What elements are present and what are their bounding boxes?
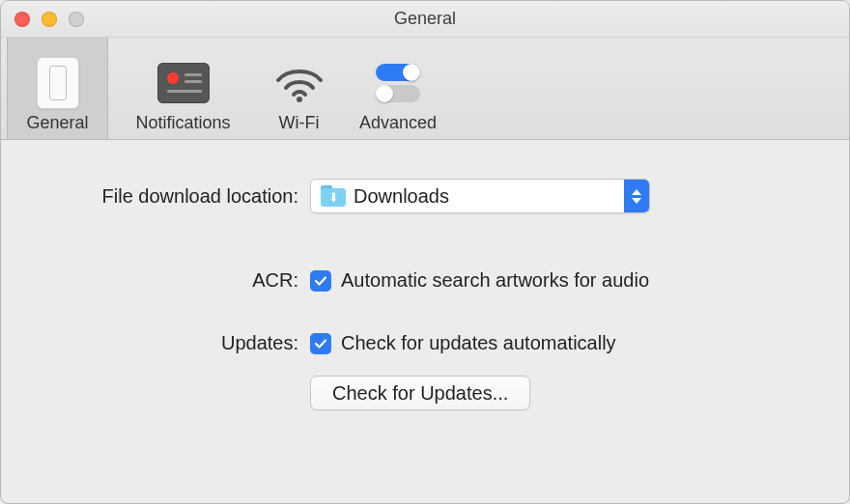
acr-checkbox-label: Automatic search artworks for audio bbox=[341, 269, 649, 292]
updates-row: Updates: Check for updates automatically bbox=[30, 332, 820, 354]
tab-general-label: General bbox=[26, 113, 88, 133]
acr-label: ACR: bbox=[30, 269, 310, 292]
updates-checkbox-label: Check for updates automatically bbox=[341, 332, 616, 354]
general-icon bbox=[37, 57, 79, 109]
settings-content: File download location: ⬇ Downloads ACR:… bbox=[1, 140, 849, 410]
check-updates-button-row: Check for Updates... bbox=[30, 376, 820, 410]
download-location-label: File download location: bbox=[30, 185, 310, 208]
close-window-button[interactable] bbox=[14, 12, 30, 27]
wifi-icon bbox=[274, 63, 325, 103]
downloads-folder-icon: ⬇ bbox=[321, 185, 346, 207]
download-location-value: Downloads bbox=[354, 185, 624, 208]
updates-label: Updates: bbox=[30, 332, 310, 354]
traffic-lights bbox=[1, 12, 84, 27]
popup-stepper-icon bbox=[624, 180, 649, 212]
download-location-row: File download location: ⬇ Downloads bbox=[30, 179, 820, 213]
tab-advanced-label: Advanced bbox=[359, 113, 437, 133]
acr-row: ACR: Automatic search artworks for audio bbox=[30, 269, 820, 292]
download-location-popup[interactable]: ⬇ Downloads bbox=[310, 179, 650, 213]
svg-point-0 bbox=[297, 97, 302, 102]
titlebar: General bbox=[1, 1, 849, 38]
checkmark-icon bbox=[314, 274, 327, 288]
check-for-updates-button[interactable]: Check for Updates... bbox=[310, 376, 530, 410]
preferences-toolbar: General Notifications Wi-Fi bbox=[1, 38, 849, 140]
advanced-icon bbox=[372, 62, 424, 104]
checkmark-icon bbox=[314, 337, 327, 350]
tab-wifi[interactable]: Wi-Fi bbox=[258, 38, 340, 139]
window-title: General bbox=[1, 9, 849, 29]
tab-wifi-label: Wi-Fi bbox=[279, 113, 320, 133]
zoom-window-button[interactable] bbox=[69, 12, 84, 27]
tab-advanced[interactable]: Advanced bbox=[340, 38, 456, 139]
tab-general[interactable]: General bbox=[7, 38, 108, 139]
check-for-updates-button-label: Check for Updates... bbox=[332, 382, 508, 405]
tab-notifications-label: Notifications bbox=[135, 113, 230, 133]
acr-checkbox[interactable] bbox=[310, 270, 331, 292]
notifications-icon bbox=[157, 63, 210, 103]
tab-notifications[interactable]: Notifications bbox=[108, 38, 258, 139]
minimize-window-button[interactable] bbox=[42, 12, 57, 27]
updates-checkbox[interactable] bbox=[310, 333, 331, 354]
